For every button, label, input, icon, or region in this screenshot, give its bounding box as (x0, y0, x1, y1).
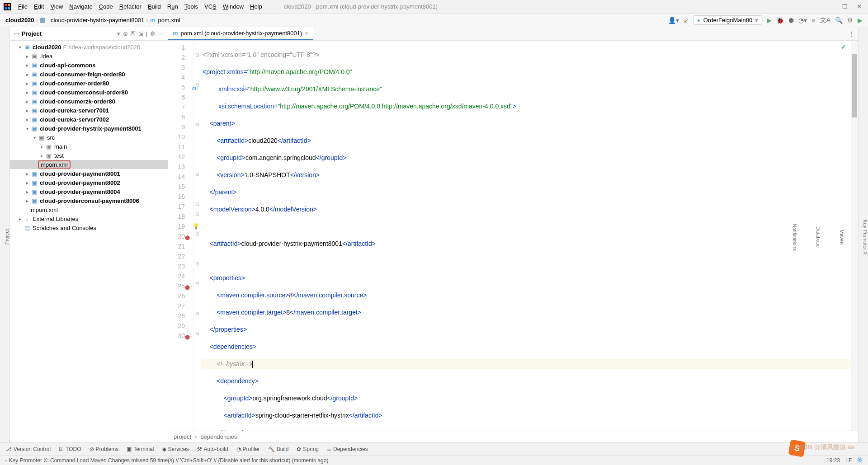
svg-rect-3 (5, 7, 7, 9)
locate-icon[interactable]: ⊚ (123, 30, 128, 37)
tree-api[interactable]: ▸▣cloud-api-commons (10, 61, 168, 70)
menu-build[interactable]: Build (145, 1, 164, 12)
rail-project[interactable]: Project (4, 229, 9, 244)
back-arrow-icon[interactable]: ↙ (684, 17, 689, 24)
tree-hystrix8001[interactable]: ▾▣cloud-provider-hystrix-payment8001 (10, 124, 168, 133)
crumb-sep-icon: › (36, 17, 38, 24)
rail-keypromo[interactable]: Key Promoter X (863, 220, 868, 255)
override-marker-icon: ⬤↑ (185, 332, 192, 342)
tree-consul80[interactable]: ▸▣cloud-consumerconsul-order80 (10, 88, 168, 97)
main-area: Project Bookmarks Structure ▭ Project ▾ … (0, 27, 868, 442)
tree-pom-selected[interactable]: mpom.xml (10, 160, 168, 169)
status-icon[interactable]: ▫ (5, 457, 7, 464)
bt-autobuild[interactable]: ⚒ Auto-build (197, 446, 228, 452)
collapse-icon[interactable]: ⇲ (138, 30, 143, 37)
menu-vcs[interactable]: VCS (202, 1, 219, 12)
status-lf: LF (845, 457, 852, 464)
status-time: 19:23 (826, 457, 840, 464)
crumb-file[interactable]: mpom.xml (150, 17, 180, 23)
menu-window[interactable]: Window (220, 1, 246, 12)
menu-refactor[interactable]: Refactor (117, 1, 144, 12)
bt-terminal[interactable]: ▣ Terminal (127, 446, 154, 452)
stop-icon[interactable]: ■ (811, 17, 815, 24)
profile-icon[interactable]: ◔▾ (798, 17, 807, 24)
svg-rect-4 (8, 7, 10, 9)
intention-bulb-icon[interactable]: 💡 (193, 223, 199, 230)
menu-view[interactable]: View (47, 1, 66, 12)
user-icon[interactable]: 👤▾ (668, 17, 679, 24)
maximize-icon[interactable]: ❐ (842, 3, 848, 10)
ime-badge-icon[interactable]: S (788, 439, 806, 457)
navbar: cloud2020 › cloud-provider-hystrix-payme… (0, 14, 868, 27)
search-icon[interactable]: 🔍 (835, 17, 843, 24)
bt-deps[interactable]: ≣ Dependencies (327, 446, 368, 452)
tab-close-icon[interactable]: × (305, 30, 308, 37)
tree-test[interactable]: ▸▣test (10, 151, 168, 160)
divider: | (146, 30, 147, 37)
tree-zk80[interactable]: ▸▣cloud-consumerzk-order80 (10, 97, 168, 106)
tree-pay8004[interactable]: ▸▣cloud-provider-payment8004 (10, 187, 168, 196)
bt-problems[interactable]: ⊘ Problems (90, 446, 119, 452)
tree-src[interactable]: ▾▣src (10, 133, 168, 142)
crumb-module[interactable]: cloud-provider-hystrix-payment8001 (40, 17, 144, 23)
tree-eureka7001[interactable]: ▸▣cloud-eureka-server7001 (10, 106, 168, 115)
ime-indicator[interactable]: 英 (857, 456, 863, 464)
tree-scratches[interactable]: ▤Scratches and Consoles (10, 223, 168, 232)
minimize-icon[interactable]: — (827, 3, 833, 10)
project-label: Project (22, 30, 114, 37)
tree-eureka7002[interactable]: ▸▣cloud-eureka-server7002 (10, 115, 168, 124)
window-title: cloud2020 - pom.xml (cloud-provider-hyst… (284, 3, 826, 10)
project-panel: ▭ Project ▾ ⊚ ⇱ ⇲ | ⚙ — ▾▣cloud2020E:\id… (10, 27, 168, 442)
crumb-b[interactable]: dependencies (200, 433, 237, 440)
line-gutter: 1234 5m↑ 678910 1112131415 16171819 20⬤↑… (168, 41, 193, 431)
tree-feign[interactable]: ▸▣cloud-consumer-feign-order80 (10, 70, 168, 79)
tree-order80[interactable]: ▸▣cloud-consumer-order80 (10, 79, 168, 88)
close-icon[interactable]: ✕ (857, 3, 862, 10)
bt-todo[interactable]: ☑ TODO (59, 446, 81, 452)
tree-root[interactable]: ▾▣cloud2020E:\idea-workspace\cloud2020 (10, 42, 168, 52)
translate-icon[interactable]: 文A (820, 16, 830, 24)
status-message: Key Promoter X: Command Load Maven Chang… (9, 457, 329, 464)
run-icon[interactable]: ▶ (767, 17, 772, 24)
menu-edit[interactable]: Edit (31, 1, 47, 12)
bottom-toolbar: ⎇ Version Control ☑ TODO ⊘ Problems ▣ Te… (0, 442, 868, 455)
menu-code[interactable]: Code (96, 1, 116, 12)
menu-run[interactable]: Run (165, 1, 181, 12)
editor-breadcrumbs: project › dependencies (168, 431, 858, 442)
menu-help[interactable]: Help (247, 1, 265, 12)
tab-label: pom.xml (cloud-provider-hystrix-payment8… (181, 30, 302, 37)
tab-menu-icon[interactable]: ⋮ (849, 30, 854, 37)
bt-profiler[interactable]: ◔ Profiler (236, 446, 260, 452)
hide-icon[interactable]: — (158, 30, 164, 37)
analysis-ok-icon[interactable]: ✔ (841, 43, 846, 51)
menu-file[interactable]: File (15, 1, 30, 12)
settings-icon[interactable]: ⚙ (847, 17, 853, 24)
bt-spring[interactable]: ✿ Spring (297, 446, 319, 452)
menu-tools[interactable]: Tools (182, 1, 201, 12)
tree-consul8006[interactable]: ▸▣cloud-providerconsul-payment8006 (10, 196, 168, 205)
bt-vcs[interactable]: ⎇ Version Control (5, 446, 51, 452)
run-anything-icon[interactable]: ▶ (858, 17, 863, 24)
editor-scrollbar[interactable] (851, 41, 858, 431)
scrollbar-thumb[interactable] (852, 54, 857, 117)
coverage-icon[interactable]: ⬢ (788, 17, 794, 24)
tree-idea[interactable]: ▸▣.idea (10, 52, 168, 61)
left-tool-rail: Project Bookmarks Structure (0, 27, 10, 442)
crumb-root[interactable]: cloud2020 (5, 17, 34, 23)
tree-main[interactable]: ▸▣main (10, 142, 168, 151)
tree-pay8001[interactable]: ▸▣cloud-provider-payment8001 (10, 169, 168, 178)
tree-extlib[interactable]: ▸⫾External Libraries (10, 214, 168, 223)
debug-icon[interactable]: 🐞 (776, 17, 784, 24)
gear-icon[interactable]: ⚙ (150, 30, 156, 37)
menu-navigate[interactable]: Navigate (66, 1, 95, 12)
tree-pay8002[interactable]: ▸▣cloud-provider-payment8002 (10, 178, 168, 187)
bt-build[interactable]: 🔨 Build (268, 446, 289, 452)
code-editor[interactable]: 1234 5m↑ 678910 1112131415 16171819 20⬤↑… (168, 41, 858, 431)
tree-rootpom[interactable]: mpom.xml (10, 205, 168, 214)
code-body[interactable]: <?xml version="1.0" encoding="UTF-8"?> <… (201, 41, 858, 431)
tab-pom[interactable]: m pom.xml (cloud-provider-hystrix-paymen… (168, 27, 313, 40)
crumb-a[interactable]: project (174, 433, 191, 440)
expand-icon[interactable]: ⇱ (131, 30, 136, 37)
run-config-select[interactable]: ▸OrderFeignMain80▾ (693, 15, 762, 25)
bt-services[interactable]: ◆ Services (162, 446, 189, 452)
